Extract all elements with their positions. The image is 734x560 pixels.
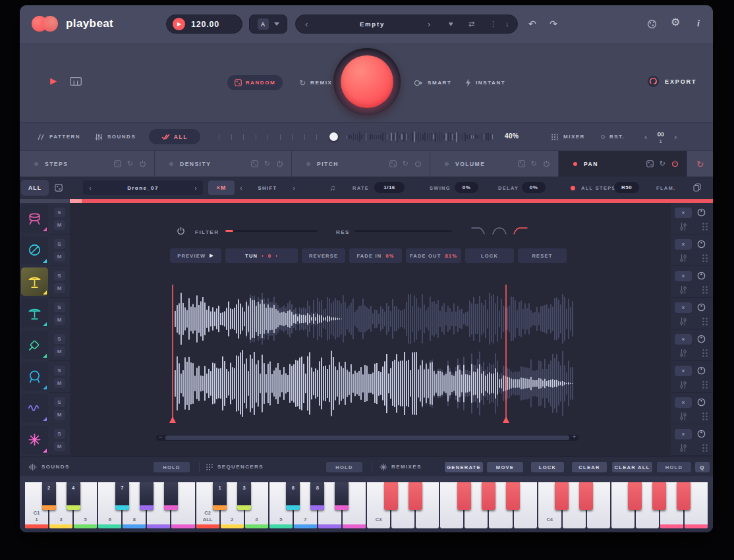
compare-icon[interactable]: ⇄ [468, 15, 474, 33]
ai-generator-button[interactable]: A [249, 14, 287, 34]
piano-key-black-20[interactable] [677, 482, 691, 510]
piano-key-black-8[interactable]: 6 [286, 482, 300, 510]
sample-prev-icon[interactable]: ‹ [89, 184, 92, 192]
shift-right-icon[interactable]: › [293, 184, 295, 192]
random-button[interactable]: RANDOM [227, 75, 283, 90]
drag-grid-icon[interactable] [696, 285, 713, 294]
play-icon[interactable]: ▶ [173, 18, 185, 30]
globe-icon[interactable] [647, 19, 657, 32]
remix-button[interactable]: ↻ REMIX [299, 75, 332, 90]
transport-play-icon[interactable]: ▶ [50, 76, 57, 86]
save-preset-icon[interactable]: ↓ [505, 15, 509, 33]
bpm-value[interactable]: 120.00 [191, 20, 219, 29]
lock-button[interactable]: LOCK [465, 248, 514, 263]
generate-button[interactable]: GENERATE [445, 462, 483, 472]
infinity-icon[interactable]: ∞ [657, 130, 664, 138]
sequencers-hold-button[interactable]: HOLD [326, 462, 362, 472]
drag-grid-icon[interactable] [696, 254, 713, 263]
dice-icon[interactable] [646, 160, 654, 167]
piano-key-black-4[interactable] [140, 482, 154, 510]
all-tracks-button[interactable]: ALL [21, 180, 49, 196]
xm-toggle-button[interactable]: ×M [208, 181, 235, 195]
piano-key-black-17[interactable] [579, 482, 593, 510]
tune-up-icon[interactable]: › [275, 253, 278, 259]
length-next-icon[interactable]: › [674, 132, 677, 142]
pan-knob-icon[interactable] [697, 271, 706, 280]
track-7-wave-icon[interactable] [21, 394, 48, 422]
reset-pattern-button[interactable]: RST. [601, 123, 625, 151]
mute-button[interactable]: M [54, 347, 65, 356]
mute-button[interactable]: M [54, 283, 65, 293]
fader-icon[interactable] [675, 222, 691, 231]
fade-in-control[interactable]: FADE IN 0% [349, 248, 402, 263]
piano-mode-icon[interactable] [70, 77, 82, 86]
track-4-hihat-icon[interactable] [21, 299, 48, 327]
sample-end-marker[interactable] [503, 285, 509, 423]
preset-prev-button[interactable]: ‹ [305, 15, 308, 33]
fade-out-control[interactable]: FADE OUT 81% [406, 248, 461, 263]
note-icon[interactable]: ♫ [329, 183, 335, 192]
clear-track-button[interactable]: × [675, 366, 692, 376]
piano-key-black-18[interactable] [628, 482, 642, 510]
refresh-icon[interactable]: ↻ [264, 160, 270, 167]
scroll-minus-icon[interactable]: − [159, 434, 162, 440]
piano-key-black-2[interactable]: 4 [67, 482, 80, 510]
sample-next-icon[interactable]: › [194, 184, 197, 192]
swing-value[interactable]: 0% [455, 182, 478, 193]
shift-left-icon[interactable]: ‹ [240, 184, 242, 192]
piano-key-black-10[interactable] [335, 482, 349, 510]
mute-button[interactable]: M [54, 410, 65, 420]
drag-grid-icon[interactable] [696, 222, 713, 231]
reverse-button[interactable]: REVERSE [302, 248, 345, 263]
bpm-display[interactable]: ▶ 120.00 [166, 14, 242, 34]
all-filter-button[interactable]: ALL [149, 129, 200, 144]
solo-button[interactable]: S [54, 271, 65, 281]
sync-refresh-button[interactable]: ↻ [687, 151, 713, 177]
piano-key-black-14[interactable] [482, 482, 495, 510]
move-button[interactable]: MOVE [487, 462, 523, 472]
mute-button[interactable]: M [54, 441, 65, 451]
tune-down-icon[interactable]: ‹ [262, 253, 264, 259]
favorite-heart-icon[interactable]: ♥ [449, 15, 453, 33]
smart-button[interactable]: SMART [414, 75, 451, 90]
fader-icon[interactable] [675, 443, 691, 453]
dice-icon[interactable] [55, 184, 63, 192]
waveform-scrollbar[interactable]: − + [156, 435, 579, 441]
preset-name[interactable]: Empty [322, 15, 422, 33]
tab-steps[interactable]: STEPS↻ [20, 151, 155, 177]
more-options-icon[interactable]: ⋮ [490, 15, 497, 33]
tab-pitch[interactable]: PITCH↻ [292, 151, 430, 177]
redo-icon[interactable]: ↷ [550, 18, 557, 30]
preview-button[interactable]: PREVIEW ▶ [170, 248, 221, 263]
clear-button[interactable]: CLEAR [572, 462, 607, 472]
scrollbar-thumb[interactable] [165, 435, 569, 440]
highpass-filter-icon[interactable] [513, 225, 528, 236]
waveform-display[interactable] [156, 283, 579, 428]
mute-button[interactable]: M [54, 315, 65, 325]
remix-hold-button[interactable]: HOLD [657, 462, 691, 472]
piano-key-black-19[interactable] [652, 482, 666, 510]
piano-key-black-13[interactable] [457, 482, 471, 510]
fader-icon[interactable] [675, 317, 691, 326]
piano-key-black-12[interactable] [409, 482, 422, 510]
solo-button[interactable]: S [54, 366, 65, 376]
res-slider[interactable] [354, 230, 452, 232]
undo-icon[interactable]: ↶ [528, 18, 536, 30]
drag-grid-icon[interactable] [696, 349, 713, 358]
length-prev-icon[interactable]: ‹ [644, 132, 647, 142]
slider-knob[interactable] [329, 132, 338, 141]
fader-icon[interactable] [675, 349, 691, 358]
drag-grid-icon[interactable] [696, 317, 713, 326]
dice-icon[interactable] [251, 160, 258, 167]
settings-gear-icon[interactable]: ⚙ [671, 16, 680, 28]
drag-grid-icon[interactable] [696, 412, 713, 421]
power-icon[interactable] [276, 160, 283, 167]
refresh-icon[interactable]: ↻ [531, 160, 537, 167]
piano-key-black-3[interactable]: 7 [115, 482, 129, 510]
clear-track-button[interactable]: × [675, 429, 692, 439]
power-icon[interactable] [543, 160, 550, 167]
piano-key-black-11[interactable] [384, 482, 398, 510]
clear-track-button[interactable]: × [675, 208, 692, 218]
all-steps-dot-icon[interactable] [571, 186, 575, 190]
pan-knob-icon[interactable] [697, 208, 706, 217]
